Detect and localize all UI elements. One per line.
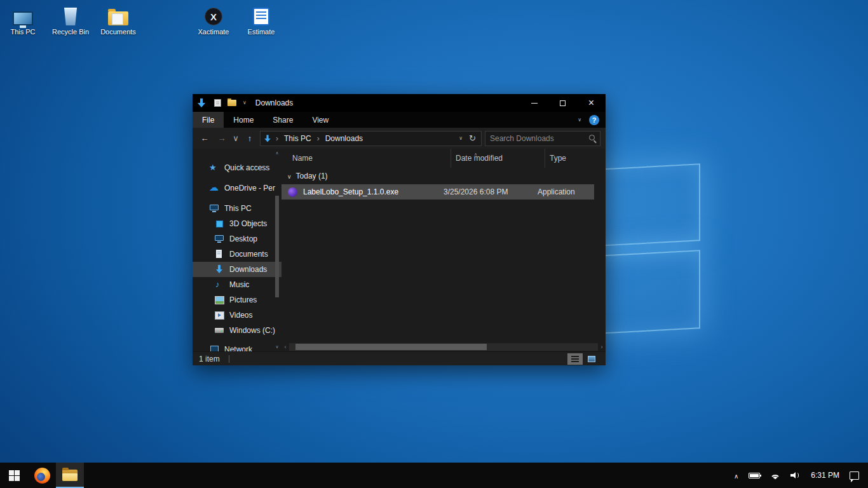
breadcrumb-separator-icon bbox=[276, 134, 278, 143]
status-bar: 1 item bbox=[193, 351, 606, 365]
network-icon bbox=[209, 345, 219, 351]
window-downloads-icon bbox=[198, 98, 205, 107]
tab-file[interactable]: File bbox=[193, 112, 224, 128]
up-button[interactable] bbox=[243, 133, 257, 143]
sidebar-scrollbar[interactable]: ∧ ∨ bbox=[274, 150, 280, 350]
desktop-icon-label: Estimate bbox=[248, 28, 275, 36]
sidebar-item-music[interactable]: Music bbox=[193, 277, 281, 292]
address-box[interactable]: This PC Downloads bbox=[260, 131, 482, 146]
firefox-icon bbox=[34, 468, 50, 484]
sidebar-item-network[interactable]: Network bbox=[193, 342, 281, 351]
scroll-left-icon[interactable] bbox=[281, 344, 289, 350]
column-header-date-modified[interactable]: Date modified bbox=[451, 149, 545, 168]
details-view-icon bbox=[571, 356, 579, 362]
desktop-icon-label: Xactimate bbox=[198, 28, 229, 36]
horizontal-scrollbar-thumb[interactable] bbox=[295, 344, 487, 350]
sidebar-item-downloads[interactable]: Downloads bbox=[193, 262, 281, 277]
desktop-icon-estimate[interactable]: Estimate bbox=[238, 5, 284, 36]
qat-customize-chevron-icon[interactable] bbox=[243, 100, 247, 105]
window-title: Downloads bbox=[255, 98, 293, 107]
scroll-down-icon[interactable]: ∨ bbox=[275, 344, 278, 350]
back-button[interactable] bbox=[198, 133, 212, 143]
sidebar-item-windows-c[interactable]: Windows (C:) bbox=[193, 323, 281, 338]
sidebar-item-label: Videos bbox=[229, 311, 252, 320]
sidebar-item-label: Quick access bbox=[224, 163, 269, 172]
file-explorer-icon bbox=[62, 470, 78, 481]
column-headers: Name Date modified Type bbox=[281, 149, 606, 168]
desktop-icon-recycle-bin[interactable]: Recycle Bin bbox=[48, 5, 93, 36]
sidebar-scrollbar-thumb[interactable] bbox=[275, 196, 279, 297]
sidebar-item-videos[interactable]: Videos bbox=[193, 308, 281, 323]
recent-locations-chevron-icon[interactable] bbox=[232, 134, 240, 142]
refresh-icon[interactable] bbox=[469, 133, 476, 143]
group-header-today[interactable]: Today (1) bbox=[281, 168, 606, 184]
desktop-icon-label: Documents bbox=[100, 28, 136, 36]
search-icon[interactable] bbox=[588, 134, 597, 142]
breadcrumb-separator-icon bbox=[317, 134, 320, 143]
action-center-icon[interactable] bbox=[850, 471, 859, 480]
status-separator bbox=[229, 355, 229, 363]
large-icons-view-icon bbox=[588, 356, 595, 362]
system-tray: 6:31 PM bbox=[734, 463, 868, 488]
desktop-icon-xactimate[interactable]: Xactimate bbox=[191, 5, 236, 36]
qat-new-folder-icon[interactable] bbox=[227, 100, 236, 106]
breadcrumb-downloads[interactable]: Downloads bbox=[324, 134, 364, 143]
network-wifi-icon[interactable] bbox=[770, 471, 780, 479]
sidebar-item-label: This PC bbox=[224, 204, 252, 213]
scroll-right-icon[interactable] bbox=[598, 344, 606, 350]
firefox-taskbar-button[interactable] bbox=[28, 463, 56, 488]
horizontal-scrollbar[interactable] bbox=[281, 342, 606, 351]
close-icon bbox=[588, 98, 594, 108]
desktop-icon-this-pc[interactable]: This PC bbox=[0, 5, 46, 36]
explorer-taskbar-button[interactable] bbox=[56, 463, 84, 488]
breadcrumb-this-pc[interactable]: This PC bbox=[283, 134, 313, 143]
sidebar-item-quick-access[interactable]: Quick access bbox=[193, 160, 281, 175]
forward-button[interactable] bbox=[215, 133, 229, 143]
qat-properties-icon[interactable] bbox=[214, 99, 221, 107]
tab-view[interactable]: View bbox=[302, 112, 338, 128]
documents-folder-icon bbox=[95, 5, 141, 25]
sidebar-item-label: Desktop bbox=[229, 234, 257, 243]
scroll-up-icon[interactable]: ∧ bbox=[275, 150, 278, 156]
address-bar: This PC Downloads bbox=[193, 128, 606, 149]
drive-icon bbox=[214, 326, 224, 335]
tab-home[interactable]: Home bbox=[224, 112, 263, 128]
sidebar-item-label: OneDrive - Per bbox=[224, 184, 275, 193]
file-row-labellobo-setup[interactable]: LabelLobo_Setup_1.1.0.exe 3/25/2026 6:08… bbox=[281, 184, 594, 200]
search-box[interactable] bbox=[485, 131, 600, 146]
sidebar-item-3d-objects[interactable]: 3D Objects bbox=[193, 216, 281, 231]
sidebar-item-pictures[interactable]: Pictures bbox=[193, 292, 281, 308]
help-icon[interactable] bbox=[589, 115, 599, 125]
details-view-button[interactable] bbox=[567, 353, 583, 365]
group-collapse-chevron-icon[interactable] bbox=[287, 172, 292, 180]
sidebar-item-onedrive[interactable]: OneDrive - Per bbox=[193, 180, 281, 196]
estimate-icon bbox=[238, 5, 284, 25]
tray-expand-chevron-icon[interactable] bbox=[734, 470, 738, 481]
search-input[interactable] bbox=[490, 134, 588, 143]
desktop-icon-documents[interactable]: Documents bbox=[95, 5, 141, 36]
address-downloads-icon bbox=[264, 135, 271, 142]
tab-share[interactable]: Share bbox=[263, 112, 302, 128]
volume-icon[interactable] bbox=[790, 471, 801, 479]
minimize-button[interactable] bbox=[520, 94, 548, 112]
maximize-icon bbox=[560, 100, 566, 106]
start-button[interactable] bbox=[0, 463, 28, 488]
ribbon-collapse-chevron-icon[interactable] bbox=[578, 118, 581, 123]
sidebar-item-this-pc[interactable]: This PC bbox=[193, 201, 281, 216]
close-button[interactable] bbox=[577, 94, 606, 112]
large-icons-view-button[interactable] bbox=[584, 353, 599, 365]
sidebar-item-desktop[interactable]: Desktop bbox=[193, 231, 281, 247]
taskbar-clock[interactable]: 6:31 PM bbox=[811, 471, 839, 480]
downloads-icon bbox=[214, 265, 224, 274]
documents-icon bbox=[214, 250, 224, 259]
maximize-button[interactable] bbox=[548, 94, 577, 112]
column-header-name[interactable]: Name bbox=[281, 149, 451, 168]
sidebar-item-label: Windows (C:) bbox=[229, 326, 275, 335]
sidebar-item-label: 3D Objects bbox=[229, 219, 267, 228]
battery-icon[interactable] bbox=[749, 473, 760, 478]
title-bar[interactable]: Downloads bbox=[193, 94, 606, 112]
column-header-type[interactable]: Type bbox=[545, 149, 606, 168]
sidebar-item-documents[interactable]: Documents bbox=[193, 247, 281, 262]
address-dropdown-chevron-icon[interactable] bbox=[459, 136, 463, 141]
file-rows: Today (1) LabelLobo_Setup_1.1.0.exe 3/25… bbox=[281, 168, 606, 351]
